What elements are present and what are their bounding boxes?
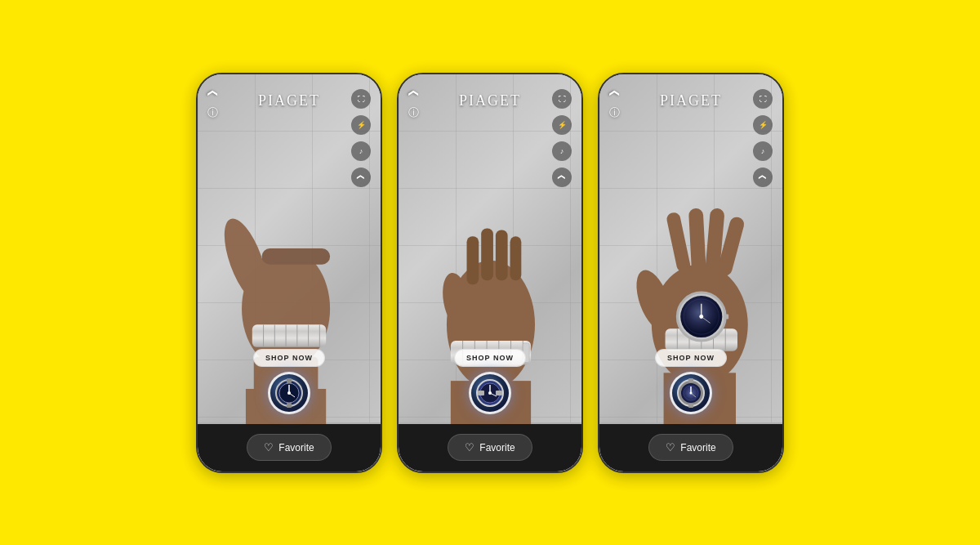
svg-rect-18 [287,403,292,408]
ar-screen-1: ❮ ⓘ PIAGET ⛶ ⚡ ♪ ❮ SHOP NOW [198,74,381,471]
svg-rect-37 [496,391,502,395]
ar-screen-2: ❮ ⓘ PIAGET ⛶ ⚡ ♪ ❮ SHOP NOW [399,74,581,471]
chevron-down-icon-3[interactable]: ❮ [610,88,620,99]
expand-icon-3[interactable]: ⛶ [753,89,773,109]
bottom-bar-1: ♡ Favorite [198,424,381,471]
svg-rect-2 [262,248,331,265]
music-icon-1[interactable]: ♪ [351,141,371,161]
shop-now-button-3[interactable]: SHOP NOW [655,349,727,367]
phone-2: ❮ ⓘ PIAGET ⛶ ⚡ ♪ ❮ SHOP NOW [397,73,583,473]
svg-rect-67 [688,378,693,382]
favorite-label-2: Favorite [479,442,514,453]
more-icon-1[interactable]: ❮ [351,168,371,187]
heart-icon-1: ♡ [264,441,274,453]
music-icon-3[interactable]: ♪ [753,141,773,161]
music-icon-2[interactable]: ♪ [552,141,572,161]
watch-thumb-svg-3 [675,377,707,409]
chevron-down-icon-1[interactable]: ❮ [208,88,218,99]
info-icon-1[interactable]: ⓘ [207,107,218,118]
ar-screen-3: ❮ ⓘ PIAGET ⛶ ⚡ ♪ ❮ SHOP NOW [599,74,782,471]
top-bar-2: ❮ ⓘ PIAGET ⛶ ⚡ ♪ ❮ [399,83,581,194]
watch-thumbnail-3[interactable] [670,372,712,414]
shop-area-2: SHOP NOW [399,349,581,414]
bottom-bar-3: ♡ Favorite [599,424,782,471]
phone-screen-1: ❮ ⓘ PIAGET ⛶ ⚡ ♪ ❮ SHOP NOW [196,73,382,473]
svg-point-59 [699,315,703,319]
svg-point-40 [488,391,492,395]
shop-area-1: SHOP NOW [198,349,381,414]
watch-thumbnail-1[interactable] [268,372,310,414]
shop-area-3: SHOP NOW [599,349,782,414]
top-right-icons-3: ⛶ ⚡ ♪ ❮ [753,89,773,187]
favorite-label-3: Favorite [680,442,715,453]
phone-1: ❮ ⓘ PIAGET ⛶ ⚡ ♪ ❮ SHOP NOW [196,73,382,473]
heart-icon-3: ♡ [666,441,675,453]
info-icon-3[interactable]: ⓘ [609,107,620,118]
expand-icon-2[interactable]: ⛶ [552,89,572,109]
svg-rect-36 [478,391,484,395]
flash-icon-3[interactable]: ⚡ [753,115,773,135]
phone-3: ❮ ⓘ PIAGET ⛶ ⚡ ♪ ❮ SHOP NOW [598,73,784,473]
svg-rect-60 [724,314,728,319]
flash-icon-2[interactable]: ⚡ [552,115,572,135]
more-icon-2[interactable]: ❮ [552,168,572,187]
top-right-icons-1: ⛶ ⚡ ♪ ❮ [351,89,371,187]
top-left-icons-2: ❮ ⓘ [408,89,419,118]
watch-thumbnail-2[interactable] [469,372,511,414]
top-left-icons-1: ❮ ⓘ [207,89,218,118]
favorite-button-1[interactable]: ♡ Favorite [247,434,331,461]
phone-screen-3: ❮ ⓘ PIAGET ⛶ ⚡ ♪ ❮ SHOP NOW [598,73,784,473]
heart-icon-2: ♡ [465,441,474,453]
watch-thumb-svg-2 [474,377,506,409]
piaget-logo-3: PIAGET [660,92,722,109]
svg-rect-17 [287,378,292,383]
phone-screen-2: ❮ ⓘ PIAGET ⛶ ⚡ ♪ ❮ SHOP NOW [397,73,583,473]
svg-point-16 [287,391,291,395]
bracelet-ar-1 [252,324,326,347]
svg-rect-24 [510,236,522,280]
svg-rect-45 [688,208,706,272]
bottom-bar-2: ♡ Favorite [399,424,581,471]
top-left-icons-3: ❮ ⓘ [609,89,620,118]
flash-icon-1[interactable]: ⚡ [351,115,371,135]
favorite-button-2[interactable]: ♡ Favorite [448,434,532,461]
chevron-down-icon-2[interactable]: ❮ [409,88,419,99]
favorite-button-3[interactable]: ♡ Favorite [648,434,733,461]
svg-rect-68 [688,404,693,408]
top-bar-1: ❮ ⓘ PIAGET ⛶ ⚡ ♪ ❮ [198,83,381,194]
favorite-label-1: Favorite [278,442,314,453]
piaget-logo-2: PIAGET [459,92,521,109]
svg-rect-21 [467,236,479,284]
more-icon-3[interactable]: ❮ [753,168,773,187]
top-bar-3: ❮ ⓘ PIAGET ⛶ ⚡ ♪ ❮ [599,83,782,194]
piaget-logo-1: PIAGET [258,92,320,109]
svg-rect-23 [496,230,508,280]
expand-icon-1[interactable]: ⛶ [351,89,371,109]
info-icon-2[interactable]: ⓘ [408,107,419,118]
shop-now-button-2[interactable]: SHOP NOW [454,349,526,367]
shop-now-button-1[interactable]: SHOP NOW [253,349,325,367]
svg-point-66 [690,391,693,394]
svg-rect-22 [481,228,493,280]
svg-rect-46 [666,211,692,273]
watch-thumb-svg-1 [273,377,305,409]
top-right-icons-2: ⛶ ⚡ ♪ ❮ [552,89,572,187]
